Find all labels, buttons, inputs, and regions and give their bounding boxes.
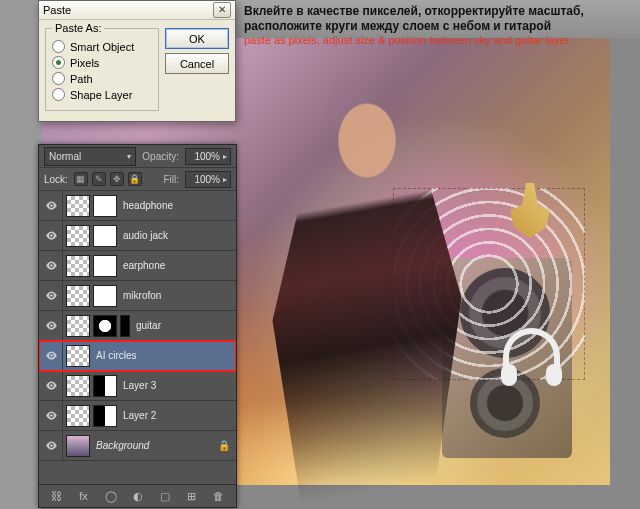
mask-thumbnail[interactable] [93,375,117,397]
fill-value: 100% [194,174,220,185]
layer-row[interactable]: Background🔒 [39,431,236,461]
layer-thumbnail[interactable] [66,225,90,247]
link-layers-icon[interactable]: ⛓ [50,489,64,503]
opacity-label: Opacity: [142,151,179,162]
fill-label: Fill: [163,174,179,185]
visibility-toggle[interactable] [43,198,59,214]
visibility-toggle[interactable] [43,378,59,394]
layer-name[interactable]: Background [96,440,218,451]
mask-thumbnail[interactable] [93,195,117,217]
cancel-button[interactable]: Cancel [165,53,229,74]
layer-row[interactable]: guitar [39,311,236,341]
new-layer-icon[interactable]: ⊞ [185,489,199,503]
radio-label: Pixels [70,57,99,69]
radio-path[interactable]: Path [52,72,152,85]
visibility-toggle[interactable] [43,348,59,364]
ok-button[interactable]: OK [165,28,229,49]
radio-icon [52,72,65,85]
layer-name[interactable]: AI circles [96,350,236,361]
fx-icon[interactable]: fx [77,489,91,503]
lock-transparency-icon[interactable]: ▦ [74,172,88,186]
layer-row[interactable]: AI circles [39,341,236,371]
layers-panel-footer: ⛓ fx ◯ ◐ ▢ ⊞ 🗑 [39,484,236,507]
layers-panel: Normal ▾ Opacity: 100% ▸ Lock: ▦ ✎ ✥ 🔒 F… [38,144,237,508]
svg-point-8 [50,444,52,446]
radio-icon [52,40,65,53]
model-figure [262,73,472,509]
mask-thumbnail[interactable] [93,315,117,337]
dialog-title: Paste [43,4,71,16]
layer-thumbnail[interactable] [66,195,90,217]
layer-thumbnail[interactable] [66,435,90,457]
caption-line-3: paste as pixels, adjust size & position … [244,34,622,48]
layer-name[interactable]: mikrofon [123,290,236,301]
linked-mask-icon [120,315,130,337]
lock-all-icon[interactable]: 🔒 [128,172,142,186]
chevron-down-icon: ▾ [127,152,131,161]
layer-thumbnail[interactable] [66,285,90,307]
delete-layer-icon[interactable]: 🗑 [212,489,226,503]
add-mask-icon[interactable]: ◯ [104,489,118,503]
mask-thumbnail[interactable] [93,285,117,307]
layer-name[interactable]: earphone [123,260,236,271]
opacity-value: 100% [194,151,220,162]
layer-thumbnail[interactable] [66,375,90,397]
layer-row[interactable]: audio jack [39,221,236,251]
layer-thumbnail[interactable] [66,315,90,337]
radio-icon [52,56,65,69]
mask-thumbnail[interactable] [93,255,117,277]
svg-point-4 [50,324,52,326]
layer-name[interactable]: audio jack [123,230,236,241]
visibility-toggle[interactable] [43,318,59,334]
layer-name[interactable]: Layer 2 [123,410,236,421]
layer-row[interactable]: earphone [39,251,236,281]
layer-name[interactable]: headphone [123,200,236,211]
paste-dialog: Paste ✕ Paste As: Smart Object Pixels Pa… [38,0,236,122]
svg-point-2 [50,264,52,266]
layer-row[interactable]: Layer 2 [39,401,236,431]
layer-name[interactable]: Layer 3 [123,380,236,391]
chevron-right-icon: ▸ [223,152,227,161]
layer-row[interactable]: mikrofon [39,281,236,311]
svg-point-7 [50,414,52,416]
close-icon[interactable]: ✕ [213,2,231,18]
layer-row[interactable]: Layer 3 [39,371,236,401]
radio-pixels[interactable]: Pixels [52,56,152,69]
mask-thumbnail[interactable] [93,225,117,247]
new-group-icon[interactable]: ▢ [158,489,172,503]
blend-mode-select[interactable]: Normal ▾ [44,147,136,166]
visibility-toggle[interactable] [43,288,59,304]
lock-position-icon[interactable]: ✥ [110,172,124,186]
layer-name[interactable]: guitar [136,320,236,331]
svg-point-1 [50,234,52,236]
layer-thumbnail[interactable] [66,255,90,277]
visibility-toggle[interactable] [43,228,59,244]
adjustment-layer-icon[interactable]: ◐ [131,489,145,503]
svg-point-6 [50,384,52,386]
tutorial-caption: Вклейте в качестве пикселей, откорректир… [244,4,622,48]
layer-row[interactable]: headphone [39,191,236,221]
chevron-right-icon: ▸ [223,175,227,184]
caption-line-1: Вклейте в качестве пикселей, откорректир… [244,4,622,19]
radio-shape-layer[interactable]: Shape Layer [52,88,152,101]
caption-line-2: расположите круги между слоем с небом и … [244,19,622,34]
mask-thumbnail[interactable] [93,405,117,427]
layer-thumbnail[interactable] [66,405,90,427]
opacity-input[interactable]: 100% ▸ [185,148,231,165]
blend-mode-value: Normal [49,151,81,162]
fill-input[interactable]: 100% ▸ [185,171,231,188]
radio-label: Shape Layer [70,89,132,101]
lock-pixels-icon[interactable]: ✎ [92,172,106,186]
visibility-toggle[interactable] [43,438,59,454]
radio-smart-object[interactable]: Smart Object [52,40,152,53]
radio-icon [52,88,65,101]
groupbox-title: Paste As: [52,22,104,34]
visibility-toggle[interactable] [43,408,59,424]
svg-point-0 [50,204,52,206]
visibility-toggle[interactable] [43,258,59,274]
paste-as-group: Paste As: Smart Object Pixels Path Shape… [45,28,159,111]
lock-label: Lock: [44,174,68,185]
layer-thumbnail[interactable] [66,345,90,367]
lock-icon: 🔒 [218,440,230,451]
radio-label: Smart Object [70,41,134,53]
